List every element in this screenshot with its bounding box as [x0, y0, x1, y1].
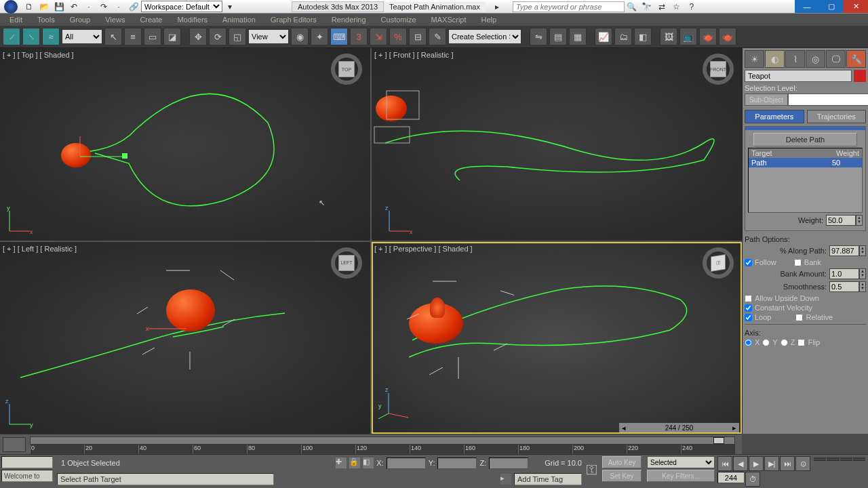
- menu-graph-editors[interactable]: Graph Editors: [264, 15, 323, 24]
- parameters-tab[interactable]: Parameters: [745, 110, 804, 123]
- exchange-icon[interactable]: ⇄: [656, 1, 668, 13]
- window-crossing-icon[interactable]: ◪: [163, 28, 181, 45]
- workspace-dropdown[interactable]: Workspace: Default: [141, 1, 222, 12]
- menu-modifiers[interactable]: Modifiers: [170, 15, 214, 24]
- pct-along-input[interactable]: [829, 245, 859, 256]
- axis-x-radio[interactable]: [745, 339, 752, 346]
- material-editor-icon[interactable]: ◧: [634, 28, 652, 45]
- flip-checkbox[interactable]: [797, 339, 805, 346]
- align-icon[interactable]: ▤: [549, 28, 567, 45]
- target-weight-list[interactable]: TargetWeight Path50: [748, 148, 863, 213]
- weight-input[interactable]: [826, 215, 856, 226]
- select-region-icon[interactable]: ▭: [144, 28, 161, 45]
- menu-group[interactable]: Group: [63, 15, 98, 24]
- curve-editor-icon[interactable]: 📈: [595, 28, 612, 45]
- upside-down-checkbox[interactable]: [745, 295, 752, 302]
- pct-spinner[interactable]: ▲▼: [859, 245, 866, 256]
- move-tool-icon[interactable]: ✥: [189, 28, 207, 45]
- menu-create[interactable]: Create: [133, 15, 169, 24]
- hierarchy-tab-icon[interactable]: ⌇: [785, 50, 805, 68]
- link-icon[interactable]: 🔗: [127, 1, 140, 13]
- axis-y-radio[interactable]: [762, 339, 770, 346]
- constant-velocity-checkbox[interactable]: [745, 304, 752, 312]
- menu-edit[interactable]: Edit: [3, 15, 29, 24]
- relative-checkbox[interactable]: [795, 314, 803, 321]
- zoom-all-icon[interactable]: [827, 458, 839, 459]
- undo-icon[interactable]: ↶: [68, 1, 80, 13]
- rotate-tool-icon[interactable]: ⟳: [209, 28, 226, 45]
- scroll-left-icon[interactable]: ◂: [619, 424, 629, 432]
- script-mini-listener[interactable]: [1, 456, 53, 468]
- schematic-view-icon[interactable]: 🗂: [614, 28, 632, 45]
- menu-tools[interactable]: Tools: [31, 15, 62, 24]
- next-frame-icon[interactable]: ▶|: [764, 456, 779, 471]
- delete-path-button[interactable]: Delete Path: [753, 133, 856, 146]
- render-frame-icon[interactable]: 📺: [679, 28, 697, 45]
- tag-icon[interactable]: ▸: [500, 474, 511, 485]
- bind-spacewarp-icon[interactable]: ≈: [42, 28, 60, 45]
- loop-checkbox[interactable]: [745, 314, 752, 321]
- new-icon[interactable]: 🗋: [23, 1, 35, 13]
- isolate-icon[interactable]: ◧: [363, 458, 374, 468]
- auto-key-button[interactable]: Auto Key: [602, 456, 642, 468]
- bank-checkbox[interactable]: [794, 259, 802, 266]
- menu-help[interactable]: Help: [475, 15, 504, 24]
- display-tab-icon[interactable]: 🖵: [826, 50, 846, 68]
- search-icon[interactable]: 🔍: [626, 1, 638, 13]
- unlink-tool-icon[interactable]: ⟍: [22, 28, 40, 45]
- object-name-input[interactable]: [745, 70, 852, 82]
- list-item[interactable]: Path50: [749, 158, 862, 167]
- percent-snap-icon[interactable]: %: [389, 28, 407, 45]
- angle-snap-icon[interactable]: ⇲: [370, 28, 387, 45]
- sub-object-button[interactable]: Sub-Object: [745, 94, 788, 106]
- menu-customize[interactable]: Customize: [374, 15, 423, 24]
- orbit-icon[interactable]: [840, 460, 852, 461]
- y-coord-input[interactable]: [437, 458, 477, 469]
- fov-icon[interactable]: [814, 460, 826, 461]
- scroll-right-icon[interactable]: ▸: [730, 424, 739, 432]
- current-frame-input[interactable]: [717, 472, 745, 483]
- viewport-left[interactable]: [ + ] [ Left ] [ Realistic ] LEFT x zy: [0, 242, 370, 434]
- time-config-button-icon[interactable]: ⏱: [745, 472, 760, 487]
- viewport-top[interactable]: [ + ] [ Top ] [ Shaded ] TOP yx ↖: [0, 48, 370, 241]
- spinner-snap-icon[interactable]: ⊟: [409, 28, 427, 45]
- set-key-button[interactable]: Set Key: [602, 470, 642, 482]
- object-color-swatch[interactable]: [854, 70, 866, 82]
- viewport-perspective[interactable]: [ + ] [ Perspective ] [ Shaded ] ◫ zy ◂ …: [372, 242, 742, 434]
- menu-views[interactable]: Views: [98, 15, 132, 24]
- menu-maxscript[interactable]: MAXScript: [425, 15, 473, 24]
- snap-toggle-icon[interactable]: 3: [350, 28, 368, 45]
- axis-z-radio[interactable]: [781, 339, 788, 346]
- time-config-icon[interactable]: [3, 437, 26, 452]
- viewport-front[interactable]: [ + ] [ Front ] [ Realistic ] FRONT zx: [372, 48, 742, 241]
- manipulate-icon[interactable]: ✦: [311, 28, 328, 45]
- zoom-icon[interactable]: [814, 458, 826, 459]
- zoom-extents-all-icon[interactable]: [853, 458, 865, 459]
- modify-tab-icon[interactable]: ◐: [765, 50, 785, 68]
- key-filters-button[interactable]: Key Filters...: [647, 470, 715, 482]
- create-tab-icon[interactable]: ☀: [745, 50, 764, 68]
- close-button[interactable]: ✕: [844, 0, 868, 13]
- menu-rendering[interactable]: Rendering: [325, 15, 373, 24]
- maximize-button[interactable]: ▢: [819, 0, 844, 13]
- goto-start-icon[interactable]: ⏮: [717, 456, 732, 471]
- add-time-tag[interactable]: [514, 473, 582, 485]
- selection-lock-icon[interactable]: ✚: [336, 458, 347, 468]
- select-by-name-icon[interactable]: ≡: [124, 28, 142, 45]
- title-chevron-icon[interactable]: ▸: [491, 1, 503, 13]
- search-input[interactable]: [513, 1, 625, 12]
- goto-end-icon[interactable]: ⏭: [780, 456, 795, 471]
- help-icon[interactable]: ?: [686, 1, 698, 13]
- redo-icon[interactable]: ↷: [98, 1, 110, 13]
- pan-icon[interactable]: [827, 460, 839, 461]
- x-coord-input[interactable]: [387, 458, 426, 469]
- motion-tab-icon[interactable]: ◎: [806, 50, 825, 68]
- utilities-tab-icon[interactable]: 🔧: [846, 50, 866, 68]
- time-slider[interactable]: [30, 436, 735, 445]
- keyboard-shortcut-icon[interactable]: ⌨: [330, 28, 348, 45]
- zoom-extents-icon[interactable]: [840, 458, 852, 459]
- save-icon[interactable]: 💾: [53, 1, 65, 13]
- bank-spinner[interactable]: ▲▼: [859, 268, 866, 279]
- chevron-down-icon[interactable]: ▾: [224, 1, 236, 13]
- render-production-icon[interactable]: 🫖: [699, 28, 717, 45]
